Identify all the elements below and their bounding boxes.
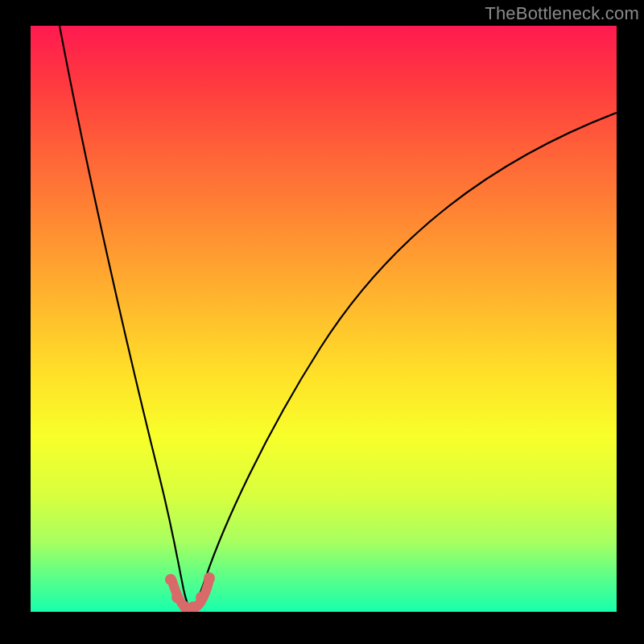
plot-area (31, 26, 617, 612)
bottleneck-curve (60, 26, 617, 608)
marker-dot (165, 574, 176, 585)
marker-dot (196, 592, 207, 603)
marker-dot (171, 592, 183, 603)
watermark-text: TheBottleneck.com (485, 3, 639, 24)
marker-dot (204, 572, 215, 584)
bottleneck-curve-plot (31, 26, 617, 612)
